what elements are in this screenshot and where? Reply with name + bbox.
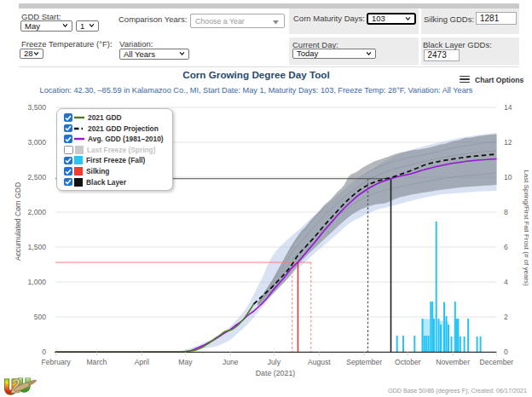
svg-text:12: 12 [504, 138, 512, 147]
svg-text:14: 14 [504, 103, 512, 112]
svg-text:2,000: 2,000 [27, 208, 46, 216]
svg-text:Date (2021): Date (2021) [256, 369, 296, 377]
svg-text:1,000: 1,000 [27, 278, 46, 286]
svg-text:3,500: 3,500 [27, 103, 46, 112]
svg-text:March: March [86, 358, 107, 366]
svg-text:500: 500 [34, 313, 47, 321]
svg-text:April: April [135, 358, 149, 366]
svg-text:8: 8 [504, 208, 508, 216]
svg-text:10: 10 [504, 173, 512, 181]
svg-text:0: 0 [504, 348, 508, 356]
svg-text:May: May [178, 358, 193, 366]
svg-text:1,500: 1,500 [27, 243, 46, 251]
svg-text:February: February [42, 358, 72, 366]
svg-text:July: July [268, 358, 281, 366]
svg-text:October: October [395, 358, 421, 366]
svg-text:Last Spring/First Fall Frost (: Last Spring/First Fall Frost (# of years… [523, 170, 530, 286]
svg-text:September: September [346, 358, 382, 366]
svg-text:December: December [479, 358, 513, 366]
svg-text:2,500: 2,500 [27, 173, 46, 181]
svg-text:3,000: 3,000 [27, 138, 46, 147]
svg-text:GDD Base 50/86 (degrees F); Cr: GDD Base 50/86 (degrees F); Created: 06/… [388, 387, 527, 394]
svg-text:2: 2 [504, 313, 508, 321]
svg-text:Accumulated Corn GDD: Accumulated Corn GDD [14, 182, 22, 261]
svg-text:0: 0 [42, 348, 46, 356]
svg-text:November: November [436, 358, 470, 366]
svg-text:June: June [223, 358, 239, 366]
svg-text:4: 4 [504, 278, 508, 286]
svg-text:6: 6 [504, 243, 508, 251]
svg-text:August: August [308, 358, 331, 366]
